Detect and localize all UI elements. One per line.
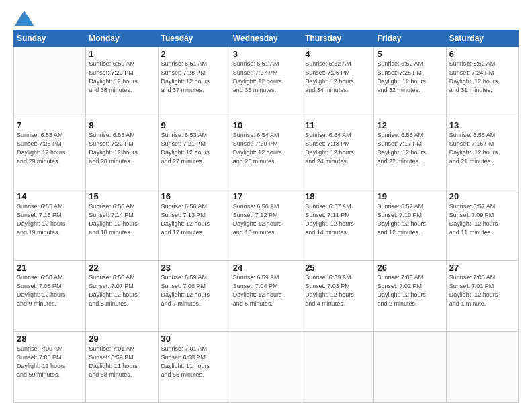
day-info: Sunrise: 7:00 AM Sunset: 7:02 PM Dayligh… <box>377 273 443 308</box>
day-cell: 20Sunrise: 6:57 AM Sunset: 7:09 PM Dayli… <box>446 189 518 261</box>
day-cell: 2Sunrise: 6:51 AM Sunset: 7:28 PM Daylig… <box>158 47 230 118</box>
weekday-sunday: Sunday <box>14 30 86 47</box>
week-row-4: 21Sunrise: 6:58 AM Sunset: 7:08 PM Dayli… <box>14 261 519 332</box>
day-info: Sunrise: 6:57 AM Sunset: 7:10 PM Dayligh… <box>377 202 443 237</box>
day-number: 3 <box>233 49 299 59</box>
logo-icon <box>15 11 34 26</box>
day-cell: 11Sunrise: 6:54 AM Sunset: 7:18 PM Dayli… <box>302 118 374 189</box>
weekday-header-row: SundayMondayTuesdayWednesdayThursdayFrid… <box>14 30 519 47</box>
week-row-2: 7Sunrise: 6:53 AM Sunset: 7:23 PM Daylig… <box>14 118 519 189</box>
header <box>13 12 519 24</box>
day-info: Sunrise: 6:56 AM Sunset: 7:13 PM Dayligh… <box>161 202 227 237</box>
day-number: 10 <box>233 120 299 130</box>
day-info: Sunrise: 6:59 AM Sunset: 7:06 PM Dayligh… <box>161 273 227 308</box>
day-number: 9 <box>161 120 227 130</box>
day-number: 14 <box>17 191 83 201</box>
day-cell: 19Sunrise: 6:57 AM Sunset: 7:10 PM Dayli… <box>374 189 446 261</box>
logo <box>13 12 34 24</box>
day-info: Sunrise: 6:55 AM Sunset: 7:16 PM Dayligh… <box>449 131 515 166</box>
day-number: 23 <box>161 263 227 273</box>
day-cell: 17Sunrise: 6:56 AM Sunset: 7:12 PM Dayli… <box>230 189 302 261</box>
day-cell: 12Sunrise: 6:55 AM Sunset: 7:17 PM Dayli… <box>374 118 446 189</box>
day-number: 2 <box>161 49 227 59</box>
weekday-thursday: Thursday <box>302 30 374 47</box>
day-info: Sunrise: 6:59 AM Sunset: 7:03 PM Dayligh… <box>305 273 371 308</box>
day-number: 8 <box>89 120 154 130</box>
day-info: Sunrise: 6:58 AM Sunset: 7:08 PM Dayligh… <box>17 273 83 308</box>
week-row-1: 1Sunrise: 6:50 AM Sunset: 7:29 PM Daylig… <box>14 47 519 118</box>
day-cell: 21Sunrise: 6:58 AM Sunset: 7:08 PM Dayli… <box>14 261 86 332</box>
day-cell: 4Sunrise: 6:52 AM Sunset: 7:26 PM Daylig… <box>302 47 374 118</box>
calendar-table: SundayMondayTuesdayWednesdayThursdayFrid… <box>13 30 519 403</box>
day-cell: 25Sunrise: 6:59 AM Sunset: 7:03 PM Dayli… <box>302 261 374 332</box>
day-cell: 22Sunrise: 6:58 AM Sunset: 7:07 PM Dayli… <box>86 261 158 332</box>
day-cell: 10Sunrise: 6:54 AM Sunset: 7:20 PM Dayli… <box>230 118 302 189</box>
day-number: 19 <box>377 191 443 201</box>
day-cell: 3Sunrise: 6:51 AM Sunset: 7:27 PM Daylig… <box>230 47 302 118</box>
day-cell: 16Sunrise: 6:56 AM Sunset: 7:13 PM Dayli… <box>158 189 230 261</box>
weekday-tuesday: Tuesday <box>158 30 230 47</box>
day-cell <box>446 332 518 403</box>
calendar-page: SundayMondayTuesdayWednesdayThursdayFrid… <box>0 0 532 411</box>
day-cell: 30Sunrise: 7:01 AM Sunset: 6:58 PM Dayli… <box>158 332 230 403</box>
day-info: Sunrise: 6:55 AM Sunset: 7:15 PM Dayligh… <box>17 202 83 237</box>
day-cell: 29Sunrise: 7:01 AM Sunset: 6:59 PM Dayli… <box>86 332 158 403</box>
day-number: 7 <box>17 120 83 130</box>
day-number: 21 <box>17 263 83 273</box>
day-info: Sunrise: 6:53 AM Sunset: 7:22 PM Dayligh… <box>89 131 154 166</box>
day-info: Sunrise: 6:52 AM Sunset: 7:24 PM Dayligh… <box>449 60 515 95</box>
day-number: 24 <box>233 263 299 273</box>
day-info: Sunrise: 7:00 AM Sunset: 7:00 PM Dayligh… <box>17 345 83 379</box>
weekday-friday: Friday <box>374 30 446 47</box>
day-info: Sunrise: 7:01 AM Sunset: 6:59 PM Dayligh… <box>89 345 154 379</box>
day-number: 16 <box>161 191 227 201</box>
weekday-wednesday: Wednesday <box>230 30 302 47</box>
day-cell <box>302 332 374 403</box>
day-number: 4 <box>305 49 371 59</box>
day-number: 18 <box>305 191 371 201</box>
day-info: Sunrise: 6:50 AM Sunset: 7:29 PM Dayligh… <box>89 60 154 95</box>
day-info: Sunrise: 6:52 AM Sunset: 7:25 PM Dayligh… <box>377 60 443 95</box>
day-number: 17 <box>233 191 299 201</box>
day-number: 29 <box>89 334 154 344</box>
weekday-saturday: Saturday <box>446 30 518 47</box>
day-info: Sunrise: 6:58 AM Sunset: 7:07 PM Dayligh… <box>89 273 154 308</box>
day-cell: 28Sunrise: 7:00 AM Sunset: 7:00 PM Dayli… <box>14 332 86 403</box>
day-cell: 9Sunrise: 6:53 AM Sunset: 7:21 PM Daylig… <box>158 118 230 189</box>
day-number: 13 <box>449 120 515 130</box>
day-info: Sunrise: 6:59 AM Sunset: 7:04 PM Dayligh… <box>233 273 299 308</box>
day-number: 6 <box>449 49 515 59</box>
day-cell: 8Sunrise: 6:53 AM Sunset: 7:22 PM Daylig… <box>86 118 158 189</box>
day-cell: 26Sunrise: 7:00 AM Sunset: 7:02 PM Dayli… <box>374 261 446 332</box>
day-cell: 15Sunrise: 6:56 AM Sunset: 7:14 PM Dayli… <box>86 189 158 261</box>
day-cell: 7Sunrise: 6:53 AM Sunset: 7:23 PM Daylig… <box>14 118 86 189</box>
day-info: Sunrise: 6:51 AM Sunset: 7:27 PM Dayligh… <box>233 60 299 95</box>
day-cell: 24Sunrise: 6:59 AM Sunset: 7:04 PM Dayli… <box>230 261 302 332</box>
day-info: Sunrise: 6:56 AM Sunset: 7:14 PM Dayligh… <box>89 202 154 237</box>
day-number: 15 <box>89 191 154 201</box>
day-cell: 5Sunrise: 6:52 AM Sunset: 7:25 PM Daylig… <box>374 47 446 118</box>
calendar-body: 1Sunrise: 6:50 AM Sunset: 7:29 PM Daylig… <box>14 47 519 403</box>
day-number: 28 <box>17 334 83 344</box>
day-info: Sunrise: 6:51 AM Sunset: 7:28 PM Dayligh… <box>161 60 227 95</box>
day-number: 12 <box>377 120 443 130</box>
day-cell <box>374 332 446 403</box>
day-info: Sunrise: 6:55 AM Sunset: 7:17 PM Dayligh… <box>377 131 443 166</box>
day-info: Sunrise: 6:57 AM Sunset: 7:09 PM Dayligh… <box>449 202 515 237</box>
day-info: Sunrise: 6:54 AM Sunset: 7:20 PM Dayligh… <box>233 131 299 166</box>
day-info: Sunrise: 6:53 AM Sunset: 7:23 PM Dayligh… <box>17 131 83 166</box>
day-info: Sunrise: 7:00 AM Sunset: 7:01 PM Dayligh… <box>449 273 515 308</box>
day-cell: 14Sunrise: 6:55 AM Sunset: 7:15 PM Dayli… <box>14 189 86 261</box>
day-number: 20 <box>449 191 515 201</box>
day-cell <box>230 332 302 403</box>
day-info: Sunrise: 6:52 AM Sunset: 7:26 PM Dayligh… <box>305 60 371 95</box>
week-row-3: 14Sunrise: 6:55 AM Sunset: 7:15 PM Dayli… <box>14 189 519 261</box>
day-info: Sunrise: 7:01 AM Sunset: 6:58 PM Dayligh… <box>161 345 227 379</box>
day-info: Sunrise: 6:53 AM Sunset: 7:21 PM Dayligh… <box>161 131 227 166</box>
day-number: 1 <box>89 49 154 59</box>
day-cell: 6Sunrise: 6:52 AM Sunset: 7:24 PM Daylig… <box>446 47 518 118</box>
day-cell: 23Sunrise: 6:59 AM Sunset: 7:06 PM Dayli… <box>158 261 230 332</box>
day-info: Sunrise: 6:57 AM Sunset: 7:11 PM Dayligh… <box>305 202 371 237</box>
day-info: Sunrise: 6:54 AM Sunset: 7:18 PM Dayligh… <box>305 131 371 166</box>
day-number: 22 <box>89 263 154 273</box>
